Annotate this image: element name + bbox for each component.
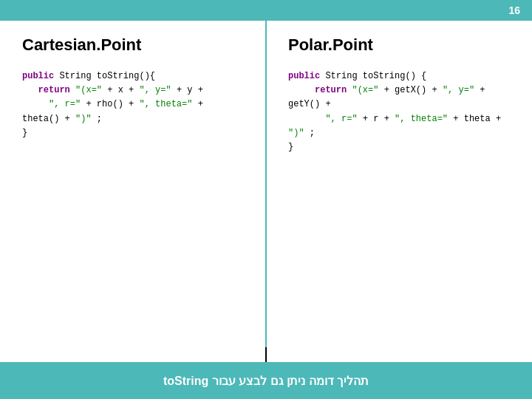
main-content: Cartesian.Point public String toString()… (0, 21, 532, 362)
code-text-1: String toString(){ (59, 71, 155, 81)
code-indent-1 (22, 85, 33, 95)
left-panel-title: Cartesian.Point (22, 35, 244, 55)
right-code-block: public String toString() { return "(x=" … (288, 69, 510, 154)
left-code-line-1: public String toString(){ (22, 69, 244, 83)
code-string-r5: ")" (288, 128, 304, 138)
code-string-3: ", r=" (49, 99, 81, 109)
code-string-5: ")" (75, 114, 92, 124)
code-string-r2: ", y=" (443, 85, 474, 95)
right-code-line-2: return "(x=" + getX() + ", y=" + getY() … (288, 83, 510, 112)
top-bar: 16 (0, 0, 532, 21)
code-string-r1: "(x=" (352, 85, 378, 95)
left-panel: Cartesian.Point public String toString()… (0, 21, 266, 362)
keyword-return-1: return (38, 85, 70, 95)
keyword-return-2: return (315, 85, 347, 95)
left-code-block: public String toString(){ return "(x=" +… (22, 69, 244, 140)
left-code-line-2: return "(x=" + x + ", y=" + y + (22, 83, 244, 98)
slide-number: 16 (508, 4, 520, 16)
left-code-line-4: } (22, 126, 244, 140)
vertical-divider (265, 21, 267, 362)
code-string-1: "(x=" (75, 85, 102, 95)
right-code-line-4: } (288, 140, 510, 154)
code-string-2: ", y=" (139, 85, 171, 95)
slide-container: 16 Cartesian.Point public String toStrin… (0, 0, 532, 399)
bottom-text: תהליך דומה ניתן גם לבצע עבור toString (163, 374, 369, 388)
right-panel: Polar.Point public String toString() { r… (266, 21, 532, 362)
right-panel-title: Polar.Point (288, 35, 510, 55)
keyword-public-1: public (22, 71, 54, 81)
keyword-public-2: public (288, 71, 320, 81)
bottom-bar: תהליך דומה ניתן גם לבצע עבור toString (0, 362, 532, 399)
code-string-4: ", theta=" (139, 99, 192, 109)
right-code-line-1: public String toString() { (288, 69, 510, 83)
code-string-r3: ", r=" (325, 114, 357, 124)
left-code-line-3: ", r=" + rho() + ", theta=" + theta() + … (22, 98, 244, 126)
code-string-r4: ", theta=" (395, 114, 448, 124)
right-code-line-3: ", r=" + r + ", theta=" + theta + ")" ; (288, 112, 510, 140)
cursor-line (265, 347, 267, 362)
